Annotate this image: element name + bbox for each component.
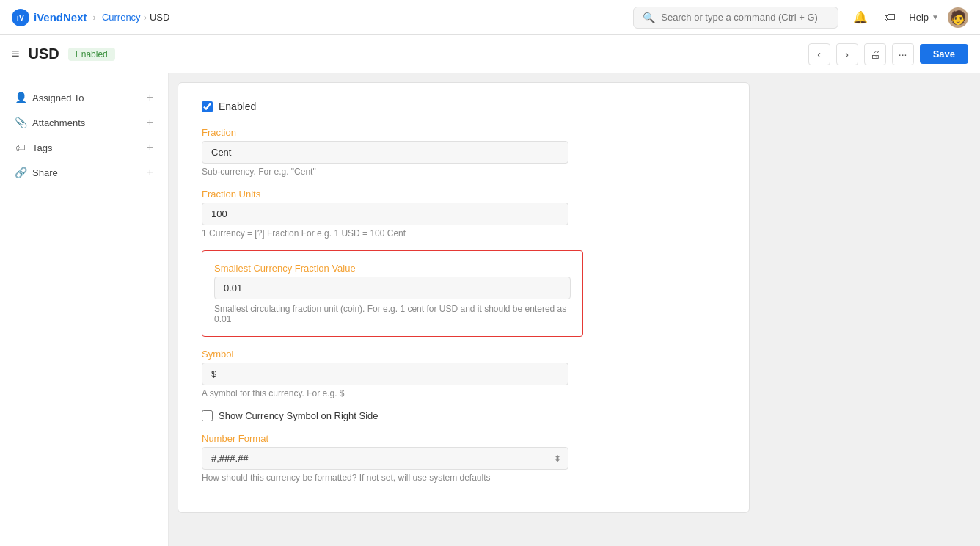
attachments-icon: 📎 [15, 117, 26, 128]
help-button[interactable]: Help ▼ [909, 12, 939, 23]
breadcrumb-sep-1: › [93, 12, 96, 23]
symbol-input[interactable] [202, 363, 568, 385]
attachments-add-icon[interactable]: + [147, 116, 153, 129]
sidebar-item-tags[interactable]: 🏷 Tags + [0, 135, 168, 160]
symbol-label: Symbol [202, 349, 725, 360]
sidebar-item-attachments[interactable]: 📎 Attachments + [0, 110, 168, 135]
form-card: Enabled Fraction Sub-currency. For e.g. … [178, 82, 750, 513]
search-bar[interactable]: 🔍 [633, 7, 838, 29]
breadcrumb-currency[interactable]: Currency [102, 12, 141, 23]
fraction-units-field-group: Fraction Units 1 Currency = [?] Fraction… [202, 189, 725, 239]
fraction-field-group: Fraction Sub-currency. For e.g. "Cent" [202, 127, 725, 177]
toolbar-actions: ‹ › 🖨 ··· Save [808, 43, 968, 65]
sidebar-item-assigned-to[interactable]: 👤 Assigned To + [0, 85, 168, 110]
sidebar-item-share[interactable]: 🔗 Share + [0, 160, 168, 185]
sidebar-share-label: Share [32, 167, 58, 178]
smallest-fraction-hint: Smallest circulating fraction unit (coin… [214, 304, 571, 324]
help-arrow-icon: ▼ [932, 13, 939, 21]
show-symbol-right-label: Show Currency Symbol on Right Side [219, 410, 379, 421]
hamburger-menu-icon[interactable]: ≡ [12, 46, 20, 62]
symbol-field-group: Symbol A symbol for this currency. For e… [202, 349, 725, 398]
assigned-to-icon: 👤 [15, 92, 26, 103]
breadcrumb-usd: USD [150, 12, 169, 23]
show-symbol-right-checkbox[interactable] [202, 410, 213, 421]
prev-button[interactable]: ‹ [808, 43, 830, 65]
page-title: USD [29, 46, 59, 62]
number-format-group: Number Format #,###.## ⬍ How should this… [202, 433, 725, 483]
number-format-select[interactable]: #,###.## [202, 447, 568, 470]
content-area: Enabled Fraction Sub-currency. For e.g. … [169, 73, 980, 546]
sidebar-attachments-label: Attachments [32, 117, 85, 128]
show-symbol-right-row: Show Currency Symbol on Right Side [202, 410, 725, 421]
number-format-hint: How should this currency be formatted? I… [202, 473, 725, 483]
fraction-units-input[interactable] [202, 203, 568, 225]
notifications-icon[interactable]: 🔔 [850, 7, 871, 28]
enabled-row: Enabled [202, 101, 725, 112]
symbol-hint: A symbol for this currency. For e.g. $ [202, 388, 725, 398]
fraction-input[interactable] [202, 141, 568, 164]
breadcrumb: Currency › USD [102, 12, 170, 23]
tags-sidebar-icon: 🏷 [15, 142, 26, 153]
sidebar: 👤 Assigned To + 📎 Attachments + 🏷 Tags +… [0, 73, 169, 546]
share-icon: 🔗 [15, 167, 26, 178]
sidebar-assigned-to-label: Assigned To [32, 92, 84, 103]
tags-add-icon[interactable]: + [147, 141, 153, 154]
number-format-select-wrapper: #,###.## ⬍ [202, 447, 568, 470]
search-input[interactable] [661, 12, 829, 23]
more-button[interactable]: ··· [892, 43, 914, 65]
main-layout: 👤 Assigned To + 📎 Attachments + 🏷 Tags +… [0, 73, 980, 546]
fraction-label: Fraction [202, 127, 725, 138]
smallest-fraction-label: Smallest Currency Fraction Value [214, 263, 571, 274]
smallest-fraction-input[interactable] [214, 277, 571, 299]
app-logo[interactable]: iV iVendNext [12, 9, 87, 26]
fraction-hint: Sub-currency. For e.g. "Cent" [202, 167, 725, 177]
help-label: Help [909, 12, 929, 23]
assigned-to-add-icon[interactable]: + [147, 91, 153, 104]
smallest-fraction-section: Smallest Currency Fraction Value Smalles… [202, 250, 583, 337]
topnav-icons: 🔔 🏷 Help ▼ 🧑 [850, 7, 968, 28]
logo-icon: iV [12, 9, 29, 26]
toolbar: ≡ USD Enabled ‹ › 🖨 ··· Save [0, 35, 980, 73]
tags-icon[interactable]: 🏷 [880, 7, 900, 28]
print-button[interactable]: 🖨 [864, 43, 886, 65]
enabled-label: Enabled [219, 101, 256, 112]
search-icon: 🔍 [643, 12, 655, 23]
next-button[interactable]: › [836, 43, 858, 65]
avatar[interactable]: 🧑 [948, 7, 968, 28]
fraction-units-hint: 1 Currency = [?] Fraction For e.g. 1 USD… [202, 228, 725, 239]
app-name: iVendNext [34, 11, 87, 23]
status-badge: Enabled [68, 48, 115, 61]
top-navigation: iV iVendNext › Currency › USD 🔍 🔔 🏷 Help… [0, 0, 980, 35]
number-format-label: Number Format [202, 433, 725, 444]
fraction-units-label: Fraction Units [202, 189, 725, 200]
share-add-icon[interactable]: + [147, 166, 153, 179]
sidebar-tags-label: Tags [32, 142, 52, 153]
breadcrumb-sep-2: › [144, 12, 147, 23]
save-button[interactable]: Save [920, 44, 968, 64]
enabled-checkbox[interactable] [202, 101, 213, 112]
